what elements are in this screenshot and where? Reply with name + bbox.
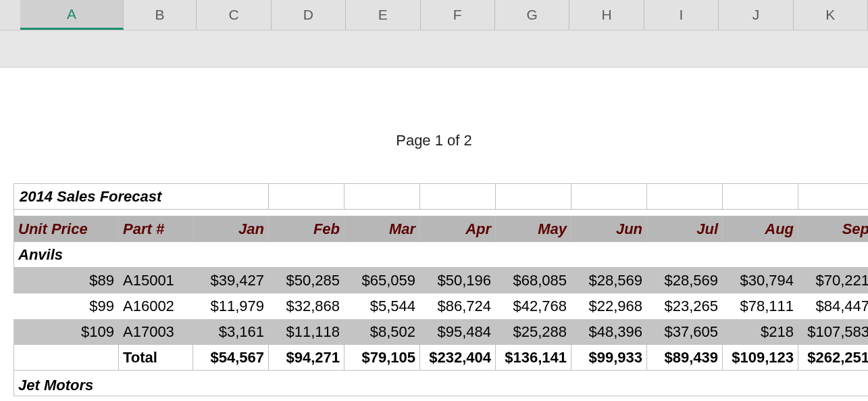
cell-value[interactable]: $50,285 xyxy=(269,268,344,293)
column-header-bar: ABCDEFGHIJK xyxy=(0,0,868,30)
total-jun[interactable]: $99,933 xyxy=(571,345,647,371)
cell-value[interactable]: $23,265 xyxy=(647,293,723,319)
cell-value[interactable]: $22,968 xyxy=(571,293,647,319)
total-apr[interactable]: $232,404 xyxy=(420,345,496,371)
cell-value[interactable]: $3,161 xyxy=(193,319,269,345)
cell[interactable] xyxy=(723,184,798,210)
cell-value[interactable]: $11,118 xyxy=(269,319,344,345)
cell-unit-price[interactable]: $89 xyxy=(14,268,119,293)
header-unit-price[interactable]: Unit Price xyxy=(14,216,119,242)
title-cell[interactable]: 2014 Sales Forecast xyxy=(14,184,269,210)
cell-value[interactable]: $95,484 xyxy=(420,319,496,345)
cell-value[interactable]: $8,502 xyxy=(344,319,420,345)
header-jul[interactable]: Jul xyxy=(647,216,723,242)
cell-value[interactable]: $42,768 xyxy=(496,293,571,319)
cell-value[interactable]: $25,288 xyxy=(496,319,571,345)
total-jul[interactable]: $89,439 xyxy=(647,345,723,371)
cell-value[interactable]: $37,605 xyxy=(647,319,723,345)
column-header-d[interactable]: D xyxy=(272,0,346,30)
header-jun[interactable]: Jun xyxy=(571,216,647,242)
table-row[interactable]: $109A17003$3,161$11,118$8,502$95,484$25,… xyxy=(14,319,869,345)
category-label[interactable]: Jet Motors xyxy=(14,371,869,396)
page-indicator: Page 1 of 2 xyxy=(0,132,868,149)
header-aug[interactable]: Aug xyxy=(723,216,798,242)
title-row[interactable]: 2014 Sales Forecast xyxy=(14,184,869,210)
cell-unit-price[interactable]: $109 xyxy=(14,319,119,345)
cell-value[interactable]: $107,583 xyxy=(798,319,868,345)
cell-value[interactable]: $39,427 xyxy=(193,268,269,293)
cell-part[interactable]: A16002 xyxy=(119,293,193,319)
separator-row xyxy=(14,210,869,216)
column-header-g[interactable]: G xyxy=(495,0,569,30)
column-header-e[interactable]: E xyxy=(346,0,420,30)
cell-value[interactable]: $84,447 xyxy=(798,293,868,319)
cell-value[interactable]: $68,085 xyxy=(496,268,571,293)
total-jan[interactable]: $54,567 xyxy=(193,345,269,371)
spreadsheet-area[interactable]: 2014 Sales Forecast Unit Price Part # Ja… xyxy=(14,183,868,396)
cell-value[interactable]: $30,794 xyxy=(723,268,798,293)
column-header-f[interactable]: F xyxy=(421,0,495,30)
header-row[interactable]: Unit Price Part # Jan Feb Mar Apr May Ju… xyxy=(14,216,869,242)
header-jan[interactable]: Jan xyxy=(193,216,269,242)
column-header-k[interactable]: K xyxy=(794,0,868,30)
cell-value[interactable]: $50,196 xyxy=(420,268,496,293)
cell-value[interactable]: $218 xyxy=(723,319,798,345)
cell[interactable] xyxy=(798,184,868,210)
cell-value[interactable]: $86,724 xyxy=(420,293,496,319)
data-table[interactable]: 2014 Sales Forecast Unit Price Part # Ja… xyxy=(14,183,868,396)
total-aug[interactable]: $109,123 xyxy=(723,345,798,371)
cell[interactable] xyxy=(420,184,496,210)
category-label[interactable]: Anvils xyxy=(14,242,869,268)
column-header-a[interactable]: A xyxy=(20,0,124,30)
header-mar[interactable]: Mar xyxy=(344,216,420,242)
cell[interactable] xyxy=(344,184,420,210)
table-row[interactable]: $99A16002$11,979$32,868$5,544$86,724$42,… xyxy=(14,293,869,319)
total-sep[interactable]: $262,251 xyxy=(798,345,868,371)
total-mar[interactable]: $79,105 xyxy=(344,345,420,371)
cell-value[interactable]: $65,059 xyxy=(344,268,420,293)
cell-unit-price[interactable]: $99 xyxy=(14,293,119,319)
cell[interactable] xyxy=(269,184,344,210)
table-row[interactable]: $89A15001$39,427$50,285$65,059$50,196$68… xyxy=(14,268,869,293)
cell-part[interactable]: A15001 xyxy=(119,268,193,293)
header-apr[interactable]: Apr xyxy=(420,216,496,242)
cell-value[interactable]: $70,221 xyxy=(798,268,868,293)
cell-value[interactable]: $32,868 xyxy=(269,293,344,319)
cell-part[interactable]: A17003 xyxy=(119,319,193,345)
cell-value[interactable]: $78,111 xyxy=(723,293,798,319)
column-header-b[interactable]: B xyxy=(124,0,197,30)
header-sep[interactable]: Sep xyxy=(798,216,868,242)
cell[interactable] xyxy=(571,184,647,210)
total-feb[interactable]: $94,271 xyxy=(269,345,344,371)
column-header-h[interactable]: H xyxy=(569,0,644,30)
cell[interactable] xyxy=(14,345,119,371)
column-header-i[interactable]: I xyxy=(644,0,719,30)
cell[interactable] xyxy=(647,184,723,210)
category-row-anvils[interactable]: Anvils xyxy=(14,242,869,268)
total-label[interactable]: Total xyxy=(119,345,193,371)
header-may[interactable]: May xyxy=(496,216,571,242)
total-row[interactable]: Total $54,567 $94,271 $79,105 $232,404 $… xyxy=(14,345,869,371)
cell-value[interactable]: $11,979 xyxy=(193,293,269,319)
category-row-jet-motors[interactable]: Jet Motors xyxy=(14,371,869,396)
cell-value[interactable]: $28,569 xyxy=(571,268,647,293)
header-part[interactable]: Part # xyxy=(119,216,193,242)
cell-value[interactable]: $28,569 xyxy=(647,268,723,293)
header-feb[interactable]: Feb xyxy=(269,216,344,242)
formula-bar-area xyxy=(0,30,868,68)
total-may[interactable]: $136,141 xyxy=(496,345,571,371)
cell-value[interactable]: $48,396 xyxy=(571,319,647,345)
cell-value[interactable]: $5,544 xyxy=(344,293,420,319)
column-header-c[interactable]: C xyxy=(197,0,271,30)
cell[interactable] xyxy=(496,184,571,210)
column-header-j[interactable]: J xyxy=(719,0,793,30)
